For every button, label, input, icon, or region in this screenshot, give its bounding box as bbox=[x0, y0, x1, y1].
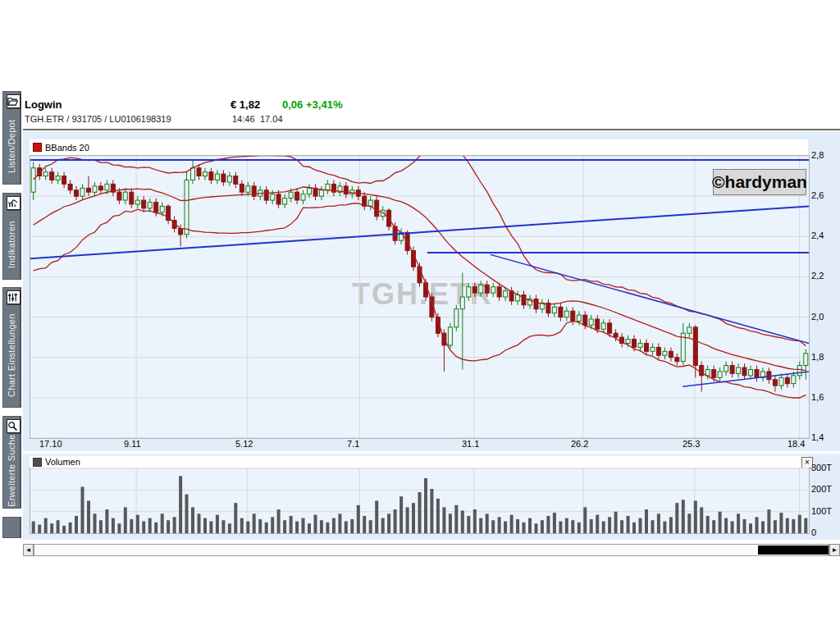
magnifier-icon bbox=[7, 419, 21, 433]
volume-tick-label: 0 bbox=[811, 527, 816, 537]
volume-plot-area[interactable] bbox=[30, 468, 810, 534]
instrument-name: Logwin bbox=[25, 98, 62, 111]
change-absolute: 0,06 bbox=[282, 98, 303, 111]
sidebar-item-label: Indikatoren bbox=[3, 212, 20, 277]
price-tick-label: 2,4 bbox=[811, 231, 824, 240]
time-tick-label: 26.2 bbox=[571, 439, 596, 449]
price-tick-label: 2,8 bbox=[811, 150, 824, 160]
sidebar-item-erweiterte-suche[interactable]: Erweiterte Suche bbox=[2, 416, 21, 509]
volume-legend-row: Volumen bbox=[30, 456, 808, 468]
time-tick-label: 18.4 bbox=[788, 439, 812, 449]
price-tick-label: 1,4 bbox=[811, 432, 824, 442]
quote-date: 17.04 bbox=[260, 114, 283, 124]
copyright-badge: ©hardyman bbox=[713, 169, 806, 195]
quote-time: 14:46 bbox=[232, 114, 255, 124]
scrollbar-track[interactable] bbox=[34, 544, 829, 556]
scrollbar-thumb[interactable] bbox=[758, 546, 829, 555]
price-tick-label: 1,8 bbox=[811, 352, 824, 362]
last-price: € 1,82 bbox=[231, 98, 260, 111]
main-chart-legend-row: BBands 20 bbox=[30, 139, 808, 155]
indicator-chart-icon bbox=[7, 196, 21, 210]
time-tick-label: 9.11 bbox=[124, 439, 148, 449]
volume-tick-label: 300T bbox=[811, 463, 832, 472]
price-axis: 2,82,62,42,22,01,81,61,4 bbox=[811, 155, 840, 437]
sidebar-item-label: Chart Einstellungen bbox=[3, 306, 20, 405]
sliders-icon bbox=[7, 290, 21, 304]
time-tick-label: 7.1 bbox=[347, 439, 372, 449]
price-tick-label: 2,6 bbox=[811, 190, 824, 200]
folder-icon bbox=[7, 94, 21, 108]
sidebar-item-label: Erweiterte Suche bbox=[3, 435, 20, 506]
sidebar-item-chart-einstellungen[interactable]: Chart Einstellungen bbox=[2, 287, 21, 408]
sidebar-item-label: Listen/Depot bbox=[3, 110, 20, 182]
volume-legend-swatch bbox=[33, 458, 42, 467]
bbands-legend-label: BBands 20 bbox=[45, 143, 89, 153]
header-separator bbox=[23, 129, 840, 130]
price-tick-label: 1,6 bbox=[811, 392, 824, 402]
time-tick-label: 31.1 bbox=[462, 439, 486, 449]
volume-panel: Volumen × 300T200T100T0 bbox=[23, 454, 840, 540]
time-axis: 17.109.115.127.131.126.225.318.4 bbox=[30, 439, 808, 451]
volume-axis: 300T200T100T0 bbox=[811, 463, 840, 538]
time-tick-label: 5.12 bbox=[235, 439, 260, 449]
instrument-identifiers: TGH.ETR / 931705 / LU0106198319 bbox=[25, 114, 171, 124]
price-tick-label: 2,2 bbox=[811, 271, 824, 281]
volume-tick-label: 100T bbox=[811, 506, 832, 516]
time-tick-label: 17.10 bbox=[39, 439, 64, 449]
price-tick-label: 2,0 bbox=[811, 312, 824, 322]
volume-tick-label: 200T bbox=[811, 484, 832, 494]
main-plot-area[interactable]: TGH.ETR ©hardyman bbox=[30, 155, 810, 439]
time-tick-label: 25.3 bbox=[682, 439, 707, 449]
main-chart-panel: BBands 20 TGH.ETR ©hardyman 2,82,62,42,2… bbox=[23, 131, 840, 451]
scroll-left-button[interactable]: ◄ bbox=[23, 544, 34, 556]
sidebar-item-listen-depot[interactable]: Listen/Depot bbox=[2, 91, 21, 185]
sidebar-end-cap bbox=[2, 517, 21, 538]
change-percent: +3,41% bbox=[306, 98, 342, 111]
sidebar-item-indikatoren[interactable]: Indikatoren bbox=[2, 193, 21, 280]
volume-legend-label: Volumen bbox=[45, 457, 80, 467]
bbands-legend-swatch bbox=[33, 143, 42, 152]
scroll-right-button[interactable]: ► bbox=[829, 544, 840, 556]
